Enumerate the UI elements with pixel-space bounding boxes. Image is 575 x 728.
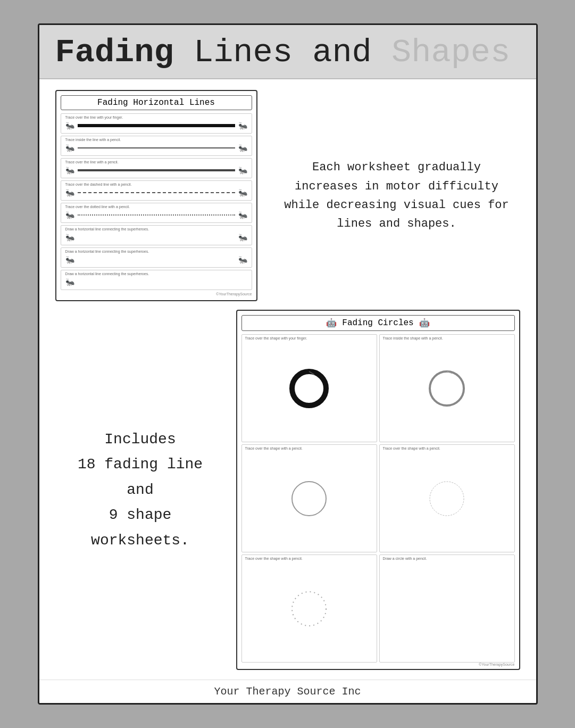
svg-point-5 [430,482,464,516]
line-thin [78,147,235,148]
ant-left-5: 🐜 [65,211,74,220]
ant-left-4: 🐜 [65,188,74,197]
title-shapes: Shapes [391,34,510,71]
svg-point-6 [292,592,326,626]
ws-row-4-label: Trace over the dashed line with a pencil… [65,183,132,186]
ant-left-8: 🐜 [65,278,74,287]
circle-cell-4: Trace over the shape with a pencil. [379,444,515,552]
ant-left-3: 🐜 [65,166,74,175]
svg-point-0 [292,371,326,406]
circles-worksheet-title: Fading Circles [342,318,413,328]
circle-cell-5: Trace over the shape with a pencil. [241,555,377,663]
line-medium [78,169,235,171]
circle-svg-1 [288,337,330,440]
circle-cell-3-label: Trace over the shape with a pencil. [245,446,303,450]
title-fading: Fading [55,34,194,71]
circle-cell-5-label: Trace over the shape with a pencil. [245,557,303,560]
circle-svg-5 [288,557,330,660]
includes-paragraph: Includes 18 fading line and 9 shape work… [66,427,215,553]
ws-source: ©YourTherapySource [61,292,252,296]
circle-cell-4-label: Trace over the shape with a pencil. [383,446,440,450]
header: Fading Lines and Shapes [39,25,536,79]
footer-text: Your Therapy Source Inc [214,685,361,698]
ant-left-6: 🐜 [65,233,74,242]
circle-cell-6-label: Draw a circle with a pencil. [383,557,427,560]
circles-worksheet-preview: 🤖 Fading Circles 🤖 Trace over the shape … [236,310,520,670]
ant-right-1: 🐜 [238,121,247,130]
ws-row-7: Draw a horizontal line connecting the su… [61,247,252,268]
ws-row-5-label: Trace over the dotted line with a pencil… [65,205,130,209]
bottom-section: Includes 18 fading line and 9 shape work… [55,310,520,670]
main-page: Fading Lines and Shapes Fading Horizonta… [38,23,538,705]
ws-row-6: Draw a horizontal line connecting the su… [61,225,252,245]
circle-cell-2: Trace inside the shape with a pencil. [379,334,515,442]
ant-right-3: 🐜 [238,166,247,175]
ws-row-8: Draw a horizontal line connecting the su… [61,270,252,290]
ws-row-1: Trace over the line with your finger. 🐜 … [61,113,252,134]
ws-row-2-label: Trace inside the line with a pencil. [65,138,121,142]
ws-row-5: Trace over the dotted line with a pencil… [61,203,252,223]
ws-row-8-label: Draw a horizontal line connecting the su… [65,272,149,276]
circle-cell-2-label: Trace inside the shape with a pencil. [383,336,443,340]
ws-row-2: Trace inside the line with a pencil. 🐜 🐜 [61,136,252,156]
circle-cell-6: Draw a circle with a pencil. [379,555,515,663]
circle-svg-6 [426,557,468,660]
circles-grid: Trace over the shape with your finger. T… [241,334,515,663]
circles-title-row: 🤖 Fading Circles 🤖 [241,315,515,331]
ws-row-4: Trace over the dashed line with a pencil… [61,180,252,201]
page-title: Fading Lines and Shapes [55,35,520,71]
description-paragraph: Each worksheet gradually increases in mo… [279,158,515,233]
circle-cell-1: Trace over the shape with your finger. [241,334,377,442]
footer: Your Therapy Source Inc [39,680,536,703]
svg-point-4 [292,482,326,516]
horizontal-worksheet-preview: Fading Horizontal Lines Trace over the l… [55,90,257,301]
line-dotted [78,214,235,216]
includes-line1: Includes [104,431,176,448]
line-dashed [78,192,235,193]
description-text: Each worksheet gradually increases in mo… [273,90,520,301]
ws-row-3-label: Trace over the line with a pencil. [65,160,119,164]
includes-line2: 18 fading line [78,456,203,473]
circle-svg-3 [288,447,330,550]
circles-title-icon-right: 🤖 [419,318,430,328]
ws-row-1-label: Trace over the line with your finger. [65,115,123,119]
circle-svg-4 [426,447,468,550]
ant-left-1: 🐜 [65,121,74,130]
top-section: Fading Horizontal Lines Trace over the l… [55,90,520,301]
ws-row-3: Trace over the line with a pencil. 🐜 🐜 [61,158,252,178]
horizontal-worksheet-title: Fading Horizontal Lines [61,95,252,110]
title-lines: Lines and [194,34,391,71]
ant-right-4: 🐜 [238,188,247,197]
includes-section: Includes 18 fading line and 9 shape work… [55,310,226,670]
ant-left-2: 🐜 [65,144,74,153]
line-thick [78,124,235,127]
ws-row-6-label: Draw a horizontal line connecting the su… [65,227,149,231]
includes-line3: and [127,482,153,498]
ant-right-5: 🐜 [238,211,247,220]
main-content: Fading Horizontal Lines Trace over the l… [39,79,536,675]
circles-source: ©YourTherapySource [241,663,515,666]
ant-right-6: 🐜 [238,233,247,242]
svg-point-2 [430,371,464,406]
circle-cell-3: Trace over the shape with a pencil. [241,444,377,552]
circle-cell-1-label: Trace over the shape with your finger. [245,336,307,340]
includes-line4: 9 shape worksheets. [91,507,189,549]
circle-svg-2 [426,337,468,440]
ant-left-7: 🐜 [65,255,74,264]
ant-right-7: 🐜 [238,255,247,264]
ant-right-2: 🐜 [238,144,247,153]
ws-row-7-label: Draw a horizontal line connecting the su… [65,250,149,253]
circles-title-icon-left: 🤖 [326,318,337,328]
